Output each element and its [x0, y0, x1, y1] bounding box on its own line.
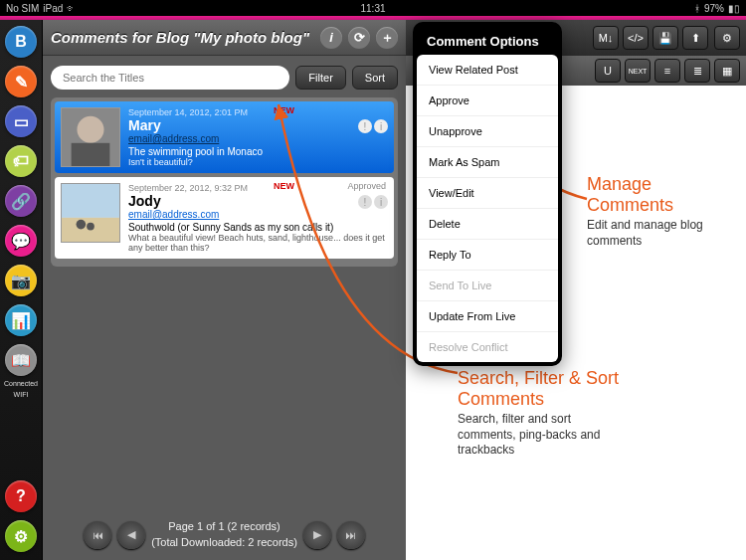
- comment-row[interactable]: September 22, 2012, 9:32 PM Jody email@a…: [55, 177, 394, 259]
- annotation-body: Edit and manage blog comments: [587, 218, 736, 249]
- comments-panel: Comments for Blog "My photo blog" i ⟳ ＋ …: [43, 20, 406, 560]
- tool-align2[interactable]: ≣: [684, 59, 710, 83]
- comment-date: September 14, 2012, 2:01 PM: [128, 107, 388, 117]
- code-button[interactable]: </>: [623, 26, 649, 50]
- popover-item[interactable]: Delete: [417, 209, 558, 240]
- search-input[interactable]: [51, 66, 289, 90]
- approved-badge: Approved: [347, 181, 386, 191]
- avatar: [61, 107, 120, 167]
- tool-align1[interactable]: ≡: [654, 59, 680, 83]
- popover-item[interactable]: Reply To: [417, 240, 558, 271]
- last-page-button[interactable]: ⏭: [337, 521, 365, 549]
- prev-page-button[interactable]: ◀: [117, 521, 145, 549]
- upload-button[interactable]: ⬆: [682, 26, 708, 50]
- popover-item[interactable]: View/Edit: [417, 178, 558, 209]
- svg-rect-1: [72, 143, 110, 166]
- sidebar-help-icon[interactable]: ?: [5, 480, 37, 512]
- popover-item[interactable]: Update From Live: [417, 301, 558, 332]
- sidebar-settings-icon[interactable]: ⚙: [5, 520, 37, 552]
- annotation-manage: Manage Comments Edit and manage blog com…: [587, 174, 736, 249]
- next-page-button[interactable]: ▶: [303, 521, 331, 549]
- tool-next[interactable]: NEXT: [625, 59, 651, 83]
- page-title: Comments for Blog "My photo blog": [51, 29, 314, 46]
- avatar: [61, 183, 120, 243]
- sidebar-stats-icon[interactable]: 📊: [5, 304, 37, 336]
- sidebar-links-icon[interactable]: 🔗: [5, 185, 37, 217]
- annotation-search: Search, Filter & Sort Comments Search, f…: [458, 368, 627, 459]
- svg-point-4: [77, 220, 87, 230]
- tool-grid[interactable]: ▦: [714, 59, 740, 83]
- popover-item: Resolve Conflict: [417, 332, 558, 362]
- bluetooth-icon: ᚼ: [694, 3, 700, 14]
- status-bar: No SIM iPad ᯤ 11:31 ᚼ 97% ▮▯: [0, 0, 746, 16]
- comment-row[interactable]: September 14, 2012, 2:01 PM Mary email@a…: [55, 101, 394, 173]
- status-dot: !: [358, 195, 372, 209]
- wifi-label: WIFI: [14, 391, 29, 398]
- sidebar-pages-icon[interactable]: ▭: [5, 105, 37, 137]
- ipad-icon: iPad: [43, 3, 63, 14]
- sidebar-comments-icon[interactable]: 💬: [5, 225, 37, 257]
- info-icon[interactable]: i: [320, 27, 342, 49]
- connected-label: Connected: [4, 380, 38, 387]
- comment-text: Isn't it beautiful?: [128, 157, 388, 167]
- popover-item[interactable]: Approve: [417, 86, 558, 116]
- battery-icon: ▮▯: [728, 3, 740, 14]
- pager-line1: Page 1 of 1 (2 records): [151, 519, 297, 534]
- no-sim-label: No SIM: [6, 3, 39, 14]
- comment-title: Southwold (or Sunny Sands as my son call…: [128, 222, 388, 233]
- sidebar: B ✎ ▭ 🏷 🔗 💬 📷 📊 📖 Connected WIFI ? ⚙: [0, 20, 43, 560]
- comments-list: September 14, 2012, 2:01 PM Mary email@a…: [51, 97, 398, 267]
- popover-title: Comment Options: [417, 26, 558, 55]
- annotation-body: Search, filter and sort comments, ping-b…: [458, 412, 627, 459]
- wifi-icon: ᯤ: [67, 3, 77, 14]
- annotation-title: Search, Filter & Sort Comments: [458, 368, 627, 410]
- panel-header: Comments for Blog "My photo blog" i ⟳ ＋: [43, 20, 406, 56]
- add-icon[interactable]: ＋: [376, 27, 398, 49]
- pager: ⏮ ◀ Page 1 of 1 (2 records) (Total Downl…: [43, 519, 406, 550]
- status-dot: !: [358, 119, 372, 133]
- popover-item[interactable]: Unapprove: [417, 116, 558, 147]
- comment-options-popover: Comment Options View Related PostApprove…: [413, 22, 562, 366]
- popover-item[interactable]: View Related Post: [417, 55, 558, 86]
- sidebar-edit-icon[interactable]: ✎: [5, 66, 37, 97]
- pager-line2: (Total Downloaded: 2 records): [151, 535, 297, 550]
- svg-point-0: [77, 116, 103, 143]
- first-page-button[interactable]: ⏮: [84, 521, 111, 549]
- sidebar-media-icon[interactable]: 📷: [5, 265, 37, 296]
- battery-percent: 97%: [704, 3, 724, 14]
- sidebar-blog-icon[interactable]: B: [5, 26, 37, 58]
- sidebar-tags-icon[interactable]: 🏷: [5, 145, 37, 177]
- new-badge: NEW: [274, 181, 294, 191]
- comment-author: Mary: [128, 117, 388, 133]
- tool-u[interactable]: U: [595, 59, 621, 83]
- popover-item: Send To Live: [417, 271, 558, 301]
- sort-button[interactable]: Sort: [352, 66, 398, 90]
- sidebar-read-icon[interactable]: 📖: [5, 344, 37, 376]
- status-time: 11:31: [360, 3, 385, 14]
- status-dot: i: [374, 119, 388, 133]
- annotation-title: Manage Comments: [587, 174, 736, 216]
- svg-rect-2: [62, 184, 119, 218]
- svg-point-5: [87, 223, 94, 231]
- status-dot: i: [374, 195, 388, 209]
- gear-button[interactable]: ⚙: [714, 26, 740, 50]
- comment-title: The swimming pool in Monaco: [128, 146, 388, 157]
- comment-email: email@address.com: [128, 209, 388, 220]
- save-button[interactable]: 💾: [653, 26, 678, 50]
- markdown-button[interactable]: M↓: [593, 26, 619, 50]
- new-badge: NEW: [274, 105, 294, 115]
- comment-text: What a beautiful view! Beach huts, sand,…: [128, 233, 388, 253]
- popover-item[interactable]: Mark As Spam: [417, 147, 558, 178]
- comment-author: Jody: [128, 193, 388, 209]
- comment-email: email@address.com: [128, 133, 388, 144]
- filter-button[interactable]: Filter: [295, 66, 345, 90]
- refresh-icon[interactable]: ⟳: [348, 27, 370, 49]
